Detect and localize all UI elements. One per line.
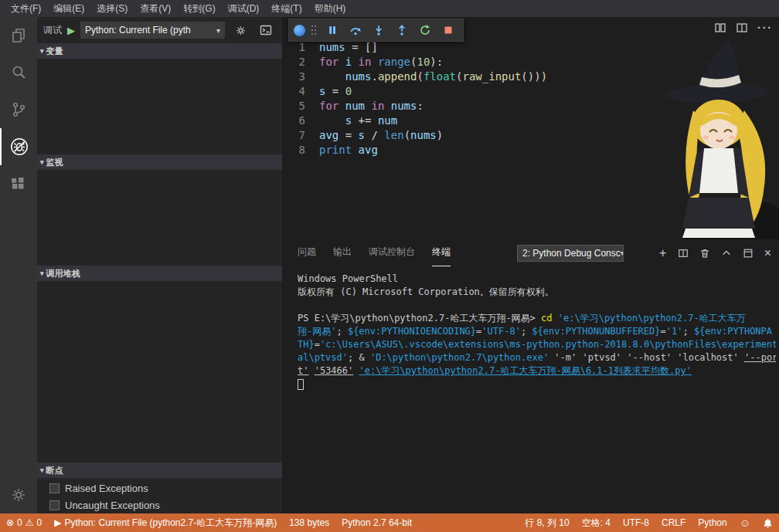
bell-icon: [763, 518, 773, 528]
menu-item[interactable]: 转到(G): [177, 0, 221, 17]
section-header-breakpoints[interactable]: ▾ 断点: [37, 463, 282, 478]
code-editor[interactable]: ··· 1nums = []2for i in ran: [282, 17, 779, 239]
eol-sequence[interactable]: CRLF: [655, 513, 692, 532]
terminal-instance-dropdown[interactable]: 2: Python Debug Consc ▾: [517, 245, 624, 262]
language-mode[interactable]: Python: [692, 513, 733, 532]
breakpoint-checkbox[interactable]: [49, 483, 60, 493]
menu-item[interactable]: 帮助(H): [308, 0, 352, 17]
menu-item[interactable]: 查看(V): [134, 0, 177, 17]
panel-actions: + ×: [659, 246, 771, 261]
section-title: 调用堆栈: [46, 268, 80, 280]
warning-count: 0: [37, 517, 43, 528]
notifications-bell[interactable]: [757, 513, 779, 532]
terminal-content[interactable]: Windows PowerShell版权所有 (C) Microsoft Cor…: [298, 273, 776, 513]
code-text: for num in nums:: [319, 99, 424, 114]
code-area[interactable]: 1nums = []2for i in range(10):3 nums.app…: [282, 40, 779, 158]
panel-tab[interactable]: 终端: [432, 239, 451, 266]
terminal-cursor[interactable]: [298, 379, 304, 390]
debug-icon[interactable]: [0, 128, 37, 165]
drag-handle[interactable]: [311, 24, 317, 36]
watch-panel: [37, 170, 282, 266]
smiley-icon: ☺: [740, 517, 750, 529]
debug-config-dropdown[interactable]: Python: Current File (pyth ▾: [80, 22, 225, 39]
call-stack-panel: [37, 281, 282, 463]
breakpoints-list: Raised ExceptionsUncaught Exceptions: [37, 478, 282, 513]
panel-tab[interactable]: 输出: [333, 239, 352, 266]
menu-item[interactable]: 文件(F): [5, 0, 47, 17]
python-interpreter-label: Python 2.7 64-bit: [342, 517, 412, 528]
bottom-panel: 问题输出调试控制台终端 2: Python Debug Consc ▾ +: [282, 239, 779, 513]
variables-panel: [37, 59, 282, 154]
line-number: 1: [282, 40, 319, 55]
code-text: s += num: [319, 114, 397, 128]
breakpoint-checkbox[interactable]: [49, 500, 60, 510]
breakpoint-item[interactable]: Uncaught Exceptions: [37, 496, 282, 513]
panel-layout-icon[interactable]: [743, 248, 753, 259]
terminal-line: TH}='c:\Users\ASUS\.vscode\extensions\ms…: [298, 338, 776, 351]
menu-item[interactable]: 选择(S): [90, 0, 134, 17]
section-header-variables[interactable]: ▾ 变量: [37, 43, 282, 59]
chevron-down-icon: ▾: [621, 249, 624, 257]
maximize-panel-icon[interactable]: [721, 248, 732, 259]
editor-layout-icon[interactable]: [736, 22, 748, 34]
terminal-line: Windows PowerShell: [298, 273, 776, 286]
step-over-icon[interactable]: [345, 20, 366, 40]
code-text: s = 0: [319, 84, 352, 99]
source-control-icon[interactable]: [0, 91, 37, 128]
close-panel-icon[interactable]: ×: [764, 246, 771, 260]
configure-gear-icon[interactable]: [230, 20, 250, 40]
python-interpreter[interactable]: Python 2.7 64-bit: [335, 513, 418, 532]
explorer-icon[interactable]: [0, 17, 37, 54]
step-out-icon[interactable]: [392, 20, 412, 40]
language-mode-label: Python: [698, 517, 726, 528]
open-debug-console-icon[interactable]: [256, 20, 276, 40]
step-into-icon[interactable]: [369, 20, 389, 40]
settings-gear-icon[interactable]: [0, 476, 37, 513]
panel-tabs: 问题输出调试控制台终端: [298, 239, 451, 266]
debug-controls: [288, 19, 464, 42]
chevron-down-icon: ▾: [40, 269, 44, 277]
section-header-call-stack[interactable]: ▾ 调用堆栈: [37, 266, 282, 281]
terminal-cursor-line: [298, 378, 776, 391]
new-terminal-icon[interactable]: +: [659, 246, 667, 261]
split-terminal-icon[interactable]: [678, 248, 689, 259]
code-line: 1nums = []: [282, 40, 779, 55]
pause-icon[interactable]: [322, 20, 342, 40]
line-number: 8: [282, 143, 319, 158]
encoding-label: UTF-8: [623, 517, 649, 528]
menu-item[interactable]: 终端(T): [265, 0, 308, 17]
code-line: 3 nums.append(float(raw_input())): [282, 69, 779, 84]
debug-session-icon: [294, 25, 305, 36]
eol-sequence-label: CRLF: [662, 517, 685, 528]
cursor-position[interactable]: 行 8, 列 10: [519, 513, 575, 532]
breakpoint-label: Raised Exceptions: [65, 483, 148, 494]
debug-sidebar: 调试 ▶ Python: Current File (pyth ▾ ▾ 变量 ▾…: [37, 17, 282, 513]
error-count: 0: [17, 517, 22, 528]
feedback-smiley[interactable]: ☺: [733, 513, 757, 532]
debug-target-label: Python: Current File (python2.7-哈工大车万翔-网…: [64, 517, 277, 530]
extensions-icon[interactable]: [0, 165, 37, 202]
debug-target[interactable]: ▶Python: Current File (python2.7-哈工大车万翔-…: [48, 513, 283, 532]
breakpoint-item[interactable]: Raised Exceptions: [37, 479, 282, 496]
section-header-watch[interactable]: ▾ 监视: [37, 154, 282, 170]
split-editor-icon[interactable]: [714, 22, 726, 34]
vscode-window: 文件(F)编辑(E)选择(S)查看(V)转到(G)调试(D)终端(T)帮助(H)…: [0, 0, 779, 532]
menu-item[interactable]: 调试(D): [222, 0, 266, 17]
stop-icon[interactable]: [438, 20, 458, 40]
code-line: 7avg = s / len(nums): [282, 128, 779, 143]
search-icon[interactable]: [0, 54, 37, 91]
more-actions-icon[interactable]: ···: [757, 22, 773, 34]
encoding[interactable]: UTF-8: [617, 513, 655, 532]
chevron-down-icon: ▾: [216, 26, 220, 35]
play-icon: ▶: [54, 517, 61, 528]
chevron-down-icon: ▾: [40, 466, 44, 474]
panel-tab[interactable]: 问题: [298, 239, 316, 266]
kill-terminal-icon[interactable]: [699, 248, 710, 259]
panel-tab[interactable]: 调试控制台: [369, 239, 415, 266]
restart-icon[interactable]: [415, 20, 435, 40]
menu-item[interactable]: 编辑(E): [47, 0, 90, 17]
start-debugging-button[interactable]: ▶: [67, 25, 75, 36]
problems-status[interactable]: ⊗ 0 ⚠ 0: [0, 513, 48, 532]
file-size[interactable]: 138 bytes: [283, 513, 335, 532]
indentation[interactable]: 空格: 4: [576, 513, 617, 532]
